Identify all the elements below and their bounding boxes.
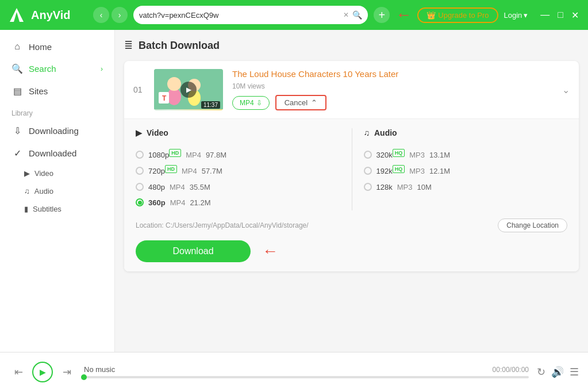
mp4-button[interactable]: MP4 ⇩	[232, 96, 270, 110]
sidebar-sites-label: Sites	[29, 86, 48, 96]
sidebar-item-home[interactable]: ⌂ Home	[0, 36, 114, 57]
radio-320k[interactable]	[364, 151, 372, 159]
previous-button[interactable]: ⇤	[9, 363, 28, 381]
sidebar-downloaded-label: Downloaded	[29, 148, 76, 158]
play-icon[interactable]: ▶	[180, 82, 197, 98]
url-bar[interactable]: vatch?v=pexnCEcxQ9w ✕ 🔍	[133, 6, 368, 24]
svg-text:T: T	[162, 94, 167, 102]
sidebar-item-sites[interactable]: ▤ Sites	[0, 80, 114, 102]
audio-icon: ♫	[24, 187, 30, 195]
login-button[interactable]: Login ▾	[504, 11, 528, 20]
player-controls: ⇤ ▶ ⇥	[9, 362, 76, 382]
format-720p: MP4	[182, 167, 197, 175]
video-card: 01	[124, 61, 579, 271]
change-location-button[interactable]: Change Location	[498, 218, 567, 232]
quality-label-1080p: 1080pHD	[148, 150, 181, 159]
page-title: Batch Download	[139, 40, 220, 52]
format-1080p: MP4	[186, 151, 201, 159]
radio-480p[interactable]	[136, 183, 144, 191]
audio-section-header: ♫ Audio	[364, 128, 568, 140]
sidebar-item-downloaded[interactable]: ✓ Downloaded	[0, 142, 114, 164]
format-320k: MP3	[409, 151, 425, 159]
search-icon: 🔍	[352, 10, 362, 20]
next-button[interactable]: ⇥	[57, 363, 76, 381]
quality-option-360p[interactable]: 360p MP4 21.2M	[136, 195, 352, 210]
video-quality-column: ▶ Video 1080pHD MP4 97.8M 720pHD M	[136, 128, 352, 210]
download-button[interactable]: Download	[136, 240, 251, 262]
minimize-button[interactable]: —	[538, 10, 552, 21]
video-section-header: ▶ Video	[136, 128, 352, 140]
subtitles-icon: ▮	[24, 205, 28, 213]
quality-label-320k: 320kHQ	[376, 150, 405, 159]
sites-icon: ▤	[11, 86, 23, 97]
quality-option-1080p[interactable]: 1080pHD MP4 97.8M	[136, 147, 352, 163]
sidebar-sub-item-video[interactable]: ▶ Video	[0, 164, 114, 182]
volume-button[interactable]: 🔊	[551, 366, 564, 378]
bottom-player: ⇤ ▶ ⇥ No music 00:00/00:00 ↻ 🔊 ☰	[0, 352, 588, 391]
player-time: 00:00/00:00	[493, 366, 529, 374]
location-path-text: C:/Users/Jemy/AppData/Local/AnyVid/stora…	[166, 221, 309, 229]
player-progress-bar[interactable]	[84, 376, 529, 378]
format-480p: MP4	[170, 183, 185, 191]
main-content: ⌂ Home 🔍 Search › ▤ Sites Library ⇩ Down…	[0, 30, 588, 352]
library-section-label: Library	[0, 102, 114, 120]
video-section-icon: ▶	[136, 128, 142, 137]
crown-icon: 👑	[426, 11, 436, 20]
sidebar-sub-item-subtitles[interactable]: ▮ Subtitles	[0, 200, 114, 218]
player-right-controls: ↻ 🔊 ☰	[537, 366, 579, 378]
size-1080p: 97.8M	[206, 151, 226, 159]
repeat-button[interactable]: ↻	[537, 366, 545, 378]
maximize-button[interactable]: □	[555, 10, 566, 21]
url-close-icon[interactable]: ✕	[343, 11, 349, 19]
app-logo: AnyVid	[7, 5, 87, 25]
sidebar-item-downloading[interactable]: ⇩ Downloading	[0, 120, 114, 142]
quality-option-320k[interactable]: 320kHQ MP3 13.1M	[364, 147, 568, 163]
sidebar: ⌂ Home 🔍 Search › ▤ Sites Library ⇩ Down…	[0, 30, 115, 352]
radio-128k[interactable]	[364, 183, 372, 191]
download-small-icon: ⇩	[256, 99, 262, 107]
radio-192k[interactable]	[364, 167, 372, 175]
download-btn-row: Download ←	[136, 240, 567, 262]
quality-option-128k[interactable]: 128k MP3 10M	[364, 179, 568, 195]
quality-option-480p[interactable]: 480p MP4 35.5M	[136, 179, 352, 195]
queue-button[interactable]: ☰	[570, 366, 579, 378]
video-number: 01	[133, 85, 145, 94]
quality-label-360p: 360p	[148, 198, 166, 207]
quality-option-192k[interactable]: 192kHQ MP3 12.1M	[364, 163, 568, 179]
quality-grid: ▶ Video 1080pHD MP4 97.8M 720pHD M	[136, 128, 567, 210]
sidebar-item-search[interactable]: 🔍 Search ›	[0, 57, 114, 80]
url-text: vatch?v=pexnCEcxQ9w	[139, 11, 340, 20]
close-button[interactable]: ✕	[569, 10, 581, 21]
radio-360p[interactable]	[136, 198, 144, 206]
quality-label-720p: 720pHD	[148, 166, 177, 175]
player-progress-dot	[81, 374, 87, 380]
download-icon: ⇩	[11, 125, 23, 136]
quality-label-480p: 480p	[148, 183, 165, 191]
video-icon: ▶	[24, 169, 30, 178]
size-360p: 21.2M	[190, 198, 210, 207]
radio-1080p[interactable]	[136, 151, 144, 159]
mp4-label: MP4	[240, 99, 254, 107]
player-info: No music 00:00/00:00	[84, 365, 529, 378]
title-bar: AnyVid ‹ › vatch?v=pexnCEcxQ9w ✕ 🔍 + ← 👑…	[0, 0, 588, 30]
sidebar-subtitles-label: Subtitles	[33, 205, 62, 213]
quality-label-192k: 192kHQ	[376, 166, 405, 175]
cancel-button[interactable]: Cancel ⌃	[275, 95, 326, 110]
quality-option-720p[interactable]: 720pHD MP4 57.7M	[136, 163, 352, 179]
logo-icon	[7, 5, 26, 25]
home-icon: ⌂	[11, 41, 23, 52]
add-tab-button[interactable]: +	[374, 7, 390, 23]
forward-button[interactable]: ›	[112, 7, 128, 23]
expand-button[interactable]: ⌄	[562, 85, 570, 95]
check-icon: ✓	[11, 148, 23, 159]
play-button[interactable]: ▶	[32, 362, 53, 382]
back-button[interactable]: ‹	[93, 7, 109, 23]
chevron-right-icon: ›	[101, 65, 103, 73]
upgrade-button[interactable]: 👑 Upgrade to Pro	[417, 7, 498, 23]
batch-download-icon: ≣	[124, 39, 133, 52]
format-128k: MP3	[397, 183, 413, 191]
radio-720p[interactable]	[136, 167, 144, 175]
cancel-label: Cancel	[285, 98, 308, 107]
sidebar-sub-item-audio[interactable]: ♫ Audio	[0, 182, 114, 200]
location-path: Location: C:/Users/Jemy/AppData/Local/An…	[136, 221, 491, 229]
